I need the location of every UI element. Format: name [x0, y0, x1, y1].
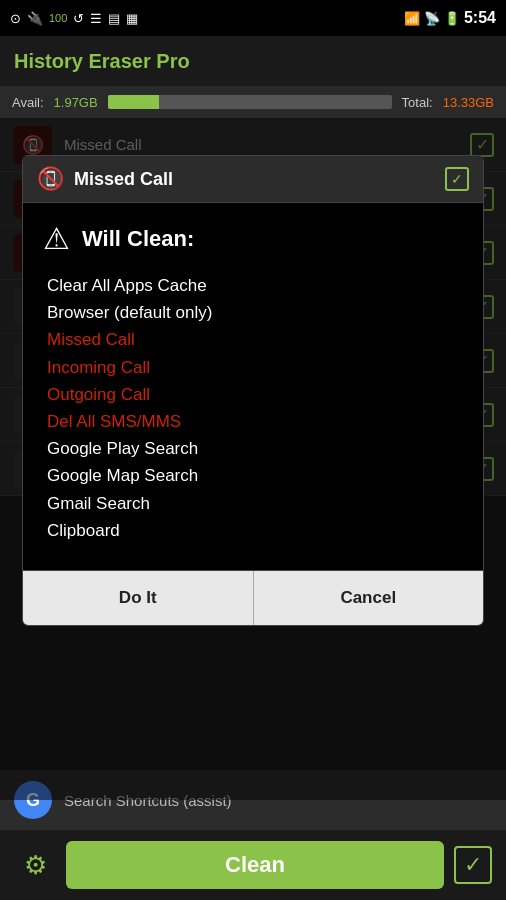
storage-progress-fill	[108, 95, 159, 109]
notification-icon1: ☰	[90, 11, 102, 26]
app-header: History Eraser Pro	[0, 36, 506, 86]
dialog: 📵 Missed Call ✓ ⚠ Will Clean: Clear All …	[22, 155, 484, 626]
dialog-items-list: Clear All Apps Cache Browser (default on…	[43, 272, 463, 544]
avail-label: Avail:	[12, 95, 44, 110]
avail-value: 1.97GB	[54, 95, 98, 110]
dialog-header-title: Missed Call	[74, 169, 435, 190]
dialog-item: Gmail Search	[47, 490, 463, 517]
battery-100-icon: 100	[49, 12, 67, 24]
total-value: 13.33GB	[443, 95, 494, 110]
dialog-buttons: Do It Cancel	[23, 570, 483, 625]
dialog-warning-title: Will Clean:	[82, 226, 194, 252]
dialog-item: Missed Call	[47, 326, 463, 353]
refresh-icon: ↺	[73, 11, 84, 26]
status-bar: ⊙ 🔌 100 ↺ ☰ ▤ ▦ 📶 📡 🔋 5:54	[0, 0, 506, 36]
app-title: History Eraser Pro	[14, 50, 190, 73]
battery-icon: 🔋	[444, 11, 460, 26]
cancel-button[interactable]: Cancel	[254, 571, 484, 625]
signal-icon: 📡	[424, 11, 440, 26]
dialog-header: 📵 Missed Call ✓	[23, 156, 483, 203]
dialog-body: ⚠ Will Clean: Clear All Apps Cache Brows…	[23, 203, 483, 554]
do-it-button[interactable]: Do It	[23, 571, 254, 625]
dialog-item: Clipboard	[47, 517, 463, 544]
notification-icon3: ▦	[126, 11, 138, 26]
wifi-icon: 📶	[404, 11, 420, 26]
usb-icon: 🔌	[27, 11, 43, 26]
dialog-missed-call-icon: 📵	[37, 166, 64, 192]
clean-bar: ⚙ Clean ✓	[0, 830, 506, 900]
total-label: Total:	[402, 95, 433, 110]
dialog-item: Outgoing Call	[47, 381, 463, 408]
select-all-checkbox[interactable]: ✓	[454, 846, 492, 884]
dialog-item: Browser (default only)	[47, 299, 463, 326]
clean-button[interactable]: Clean	[66, 841, 444, 889]
storage-bar: Avail: 1.97GB Total: 13.33GB	[0, 86, 506, 118]
dialog-item: Google Play Search	[47, 435, 463, 462]
dialog-item: Incoming Call	[47, 354, 463, 381]
notification-icon2: ▤	[108, 11, 120, 26]
status-icons-left: ⊙ 🔌 100 ↺ ☰ ▤ ▦	[10, 11, 138, 26]
status-icons-right: 📶 📡 🔋 5:54	[404, 9, 496, 27]
dialog-warning-row: ⚠ Will Clean:	[43, 221, 463, 256]
dialog-item: Del All SMS/MMS	[47, 408, 463, 435]
dialog-item: Clear All Apps Cache	[47, 272, 463, 299]
warning-icon: ⚠	[43, 221, 70, 256]
dialog-header-checkbox[interactable]: ✓	[445, 167, 469, 191]
android-icon: ⊙	[10, 11, 21, 26]
settings-icon[interactable]: ⚙	[14, 844, 56, 886]
dialog-item: Google Map Search	[47, 462, 463, 489]
storage-progress-bg	[108, 95, 392, 109]
status-time: 5:54	[464, 9, 496, 27]
